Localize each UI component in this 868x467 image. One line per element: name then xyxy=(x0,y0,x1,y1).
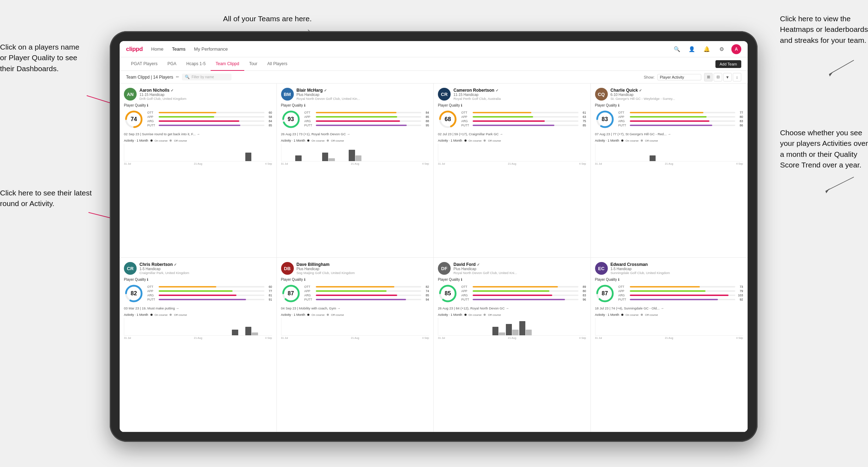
stat-value-arg: 84 xyxy=(266,119,272,123)
nav-home[interactable]: Home xyxy=(151,46,164,52)
donut-chart[interactable]: 87 xyxy=(595,284,615,303)
player-card: CR Chris Robertson ✓ 1-5 Handicap Craigm… xyxy=(120,258,277,432)
tab-tour[interactable]: Tour xyxy=(244,57,262,71)
view-list-icon[interactable]: ⊟ xyxy=(714,73,722,81)
stat-value-arg: 75 xyxy=(580,119,586,123)
donut-chart[interactable]: 68 xyxy=(438,109,458,129)
donut-chart[interactable]: 74 xyxy=(124,109,144,129)
player-club: Royal North Devon Golf Club, United Kni.… xyxy=(453,271,586,275)
player-name[interactable]: Charlie Quick ✓ xyxy=(611,88,743,93)
chart-label-end: 4 Sep xyxy=(736,336,743,340)
tab-team-clippd[interactable]: Team Clippd xyxy=(211,57,244,71)
player-name[interactable]: Blair McHarg ✓ xyxy=(297,88,429,93)
player-name[interactable]: Cameron Robertson ✓ xyxy=(453,88,586,93)
view-filter-icon[interactable]: ▼ xyxy=(723,73,732,81)
stat-bar-putt xyxy=(473,299,565,300)
bell-icon[interactable]: 🔔 xyxy=(702,44,712,54)
tab-all-players[interactable]: All Players xyxy=(262,57,292,71)
activity-chart xyxy=(438,144,586,161)
edit-icon[interactable]: ✏ xyxy=(176,75,179,79)
quality-label: Player Quality ℹ xyxy=(281,103,429,107)
quality-section[interactable]: 83 OTT 77 APP 80 ARG xyxy=(595,109,743,129)
stats-bars: OTT 73 APP 79 ARG xyxy=(618,285,743,302)
player-name[interactable]: Dave Billingham xyxy=(297,262,429,267)
stat-value-putt: 91 xyxy=(266,298,272,301)
view-sort-icon[interactable]: ↕ xyxy=(733,73,741,81)
player-header: CR Chris Robertson ✓ 1-5 Handicap Craigm… xyxy=(124,262,272,275)
player-handicap: Plus Handicap xyxy=(297,267,429,271)
chart-label-mid: 21 Aug xyxy=(351,336,359,340)
quality-section[interactable]: 93 OTT 84 APP 85 ARG xyxy=(281,109,429,129)
player-name[interactable]: David Ford ✓ xyxy=(453,262,586,267)
oncourse-dot xyxy=(150,314,153,316)
stat-bar-app xyxy=(473,290,549,292)
tab-hcaps[interactable]: Hcaps 1-5 xyxy=(181,57,211,71)
player-name[interactable]: Chris Robertson ✓ xyxy=(139,262,272,267)
donut-chart[interactable]: 82 xyxy=(124,284,144,303)
quality-section[interactable]: 87 OTT 82 APP 74 ARG xyxy=(281,284,429,303)
player-info: Chris Robertson ✓ 1-5 Handicap Craigmill… xyxy=(139,262,272,275)
chart-labels: 31 Jul 21 Aug 4 Sep xyxy=(595,162,743,165)
search-filter[interactable]: 🔍 Filter by name xyxy=(182,74,232,80)
latest-round[interactable]: 03 Mar 23 | 19, Must make putting → xyxy=(124,306,272,310)
stat-label-ott: OTT xyxy=(304,285,314,289)
quality-section[interactable]: 74 OTT 60 APP 58 ARG xyxy=(124,109,272,129)
stat-label-ott: OTT xyxy=(147,285,157,289)
activity-section: Activity · 1 Month On course Off course xyxy=(124,313,272,340)
verified-icon: ✓ xyxy=(171,89,173,92)
annotation-heatmaps: Click here to view theHeatmaps or leader… xyxy=(780,13,868,46)
show-select[interactable]: Player Activity Quality Score Trend xyxy=(657,74,701,80)
nav-myperformance[interactable]: My Performance xyxy=(194,46,228,52)
oncourse-label: On course xyxy=(312,139,325,142)
quality-section[interactable]: 82 OTT 60 APP 77 ARG xyxy=(124,284,272,303)
latest-round[interactable]: 26 Aug 23 | 73 (+1), Royal North Devon G… xyxy=(281,132,429,136)
settings-icon[interactable]: ⚙ xyxy=(716,44,726,54)
donut-chart[interactable]: 87 xyxy=(281,284,301,303)
stat-bar-arg xyxy=(630,295,729,296)
stat-label-ott: OTT xyxy=(461,285,471,289)
player-header: EC Edward Crossman 1-5 Handicap Sunningd… xyxy=(595,262,743,275)
user-avatar[interactable]: A xyxy=(731,44,741,54)
stat-value-arg: 103 xyxy=(737,294,743,297)
oncourse-dot xyxy=(464,314,467,316)
latest-round[interactable]: 04 Sep 23 | Mobility with coach, Gym → xyxy=(281,306,429,310)
search-icon[interactable]: 🔍 xyxy=(672,44,682,54)
activity-section: Activity · 1 Month On course Off course xyxy=(595,139,743,165)
player-name[interactable]: Edward Crossman xyxy=(611,262,743,267)
tab-pgat[interactable]: PGAT Players xyxy=(126,57,162,71)
donut-chart[interactable]: 93 xyxy=(281,109,301,129)
bar-offcourse xyxy=(355,155,361,161)
donut-chart[interactable]: 83 xyxy=(595,109,615,129)
latest-round[interactable]: 02 Jul 23 | 59 (+17), Craigmillar Park G… xyxy=(438,132,586,136)
latest-round[interactable]: 26 Aug 23 | 84 (+12), Royal North Devon … xyxy=(438,306,586,310)
stat-value-putt: 96 xyxy=(580,298,586,301)
round-text: 02 Jul 23 | 59 (+17), Craigmillar Park G… xyxy=(438,132,586,136)
player-avatar: BM xyxy=(281,88,294,101)
quality-section[interactable]: 87 OTT 73 APP 79 ARG xyxy=(595,284,743,303)
nav-teams[interactable]: Teams xyxy=(172,46,185,52)
quality-section[interactable]: 85 OTT 89 APP 80 ARG xyxy=(438,284,586,303)
sub-nav: PGAT Players PGA Hcaps 1-5 Team Clippd T… xyxy=(120,57,748,71)
latest-round[interactable]: 02 Sep 23 | Sunrise round to get back in… xyxy=(124,132,272,136)
donut-score: 85 xyxy=(445,290,451,297)
view-grid-icon[interactable]: ⊞ xyxy=(704,73,713,81)
stat-bar-wrap-putt xyxy=(316,125,422,126)
add-team-button[interactable]: Add Team xyxy=(715,60,741,68)
stat-bar-wrap-ott xyxy=(316,286,422,287)
stat-bar-ott xyxy=(473,286,558,287)
player-club: Sunningdale Golf Club, United Kingdom xyxy=(611,271,743,275)
player-name[interactable]: Aaron Nicholls ✓ xyxy=(139,88,272,93)
tab-pga[interactable]: PGA xyxy=(162,57,181,71)
person-icon[interactable]: 👤 xyxy=(687,44,697,54)
latest-round[interactable]: 18 Jul 23 | 74 (+4), Sunningdale GC - Ol… xyxy=(595,306,743,310)
stat-row-arg: ARG 103 xyxy=(618,294,743,297)
quality-section[interactable]: 68 OTT 61 APP 63 ARG xyxy=(438,109,586,129)
player-avatar: AN xyxy=(124,88,137,101)
stat-label-ott: OTT xyxy=(618,285,628,289)
bar-oncourse xyxy=(232,330,238,335)
donut-chart[interactable]: 85 xyxy=(438,284,458,303)
stat-bar-wrap-ott xyxy=(159,286,264,287)
stat-bar-putt xyxy=(159,299,246,300)
latest-round[interactable]: 07 Aug 23 | 77 (+7), St George's Hill GC… xyxy=(595,132,743,136)
offcourse-label: Off course xyxy=(331,139,344,142)
